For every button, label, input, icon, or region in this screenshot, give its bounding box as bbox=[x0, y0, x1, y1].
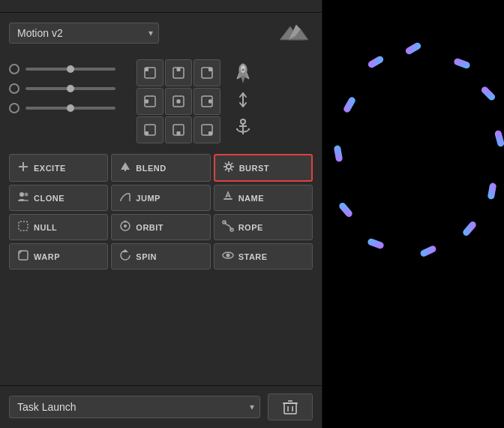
effect-btn-spin[interactable]: SPIN bbox=[111, 243, 210, 270]
burst-icon bbox=[223, 161, 235, 175]
excite-label: EXCITE bbox=[34, 164, 66, 173]
svg-line-38 bbox=[225, 163, 226, 164]
rocket-icon[interactable] bbox=[232, 62, 254, 83]
effect-btn-name[interactable]: NAME bbox=[214, 185, 313, 211]
svg-rect-10 bbox=[145, 100, 148, 104]
updown-arrow-icon[interactable] bbox=[232, 89, 254, 110]
anchor-mr[interactable] bbox=[194, 88, 220, 115]
svg-point-24 bbox=[241, 119, 245, 124]
rope-icon bbox=[222, 220, 234, 234]
warp-icon bbox=[17, 249, 29, 264]
effect-btn-warp[interactable]: WARP bbox=[9, 243, 108, 270]
anchor-br[interactable] bbox=[194, 116, 220, 143]
burst-dot-5 bbox=[461, 220, 477, 237]
svg-rect-18 bbox=[177, 131, 181, 135]
bottom-row: Task Launch Task 2 ▾ bbox=[0, 385, 322, 428]
stare-icon bbox=[222, 249, 234, 264]
svg-point-43 bbox=[25, 193, 28, 197]
burst-dot-4 bbox=[488, 182, 497, 200]
orbit-label: ORBIT bbox=[136, 223, 164, 232]
effect-btn-null[interactable]: NULL bbox=[9, 214, 108, 240]
svg-rect-14 bbox=[208, 100, 212, 104]
burst-label: BURST bbox=[239, 164, 269, 173]
spin-label: SPIN bbox=[136, 252, 157, 261]
effect-btn-burst[interactable]: BURST bbox=[214, 154, 313, 182]
null-label: NULL bbox=[34, 223, 57, 232]
dropdown-row: Motion v2 Motion v1 ▾ bbox=[0, 13, 322, 53]
jump-label: JUMP bbox=[136, 194, 160, 203]
excite-icon bbox=[17, 161, 29, 175]
jump-icon bbox=[119, 191, 131, 205]
burst-dot-6 bbox=[419, 245, 437, 258]
motion-version-dropdown[interactable]: Motion v2 Motion v1 bbox=[9, 23, 159, 44]
effect-btn-orbit[interactable]: ORBIT bbox=[111, 214, 210, 240]
slider-dot-1 bbox=[9, 64, 20, 74]
motion-dropdown-wrapper: Motion v2 Motion v1 ▾ bbox=[9, 23, 159, 44]
svg-point-50 bbox=[124, 225, 127, 228]
svg-line-41 bbox=[225, 169, 226, 170]
anchor-mc[interactable] bbox=[165, 88, 192, 115]
burst-dot-3 bbox=[494, 130, 504, 148]
svg-line-40 bbox=[231, 163, 232, 164]
slider-row-1 bbox=[9, 64, 129, 74]
svg-point-42 bbox=[20, 192, 24, 197]
delete-button[interactable] bbox=[268, 393, 313, 420]
sliders-grid-row bbox=[0, 53, 322, 149]
effect-btn-excite[interactable]: EXCITE bbox=[9, 154, 108, 182]
stare-label: STARE bbox=[238, 252, 268, 261]
svg-point-51 bbox=[124, 221, 127, 223]
anchor-tl[interactable] bbox=[136, 59, 164, 86]
burst-dot-2 bbox=[480, 86, 496, 102]
svg-marker-31 bbox=[121, 162, 130, 170]
slider-1[interactable] bbox=[26, 68, 116, 71]
svg-rect-20 bbox=[208, 131, 212, 135]
effect-btn-clone[interactable]: CLONE bbox=[9, 185, 108, 211]
right-canvas bbox=[322, 0, 504, 428]
clone-label: CLONE bbox=[34, 194, 64, 203]
svg-point-57 bbox=[226, 254, 230, 258]
anchor-bl[interactable] bbox=[136, 116, 164, 143]
effect-btn-stare[interactable]: STARE bbox=[214, 243, 313, 270]
svg-rect-6 bbox=[177, 68, 181, 71]
name-label: NAME bbox=[238, 194, 264, 203]
effect-btn-jump[interactable]: JUMP bbox=[111, 185, 210, 211]
anchor-tc[interactable] bbox=[165, 59, 192, 86]
rope-label: ROPE bbox=[238, 223, 263, 232]
burst-dot-1 bbox=[453, 58, 471, 70]
anchor-icon[interactable] bbox=[232, 116, 254, 137]
svg-rect-46 bbox=[224, 198, 232, 200]
slider-row-3 bbox=[9, 103, 129, 113]
left-panel: Motion v2 Motion v1 ▾ bbox=[0, 0, 322, 428]
slider-dot-3 bbox=[9, 103, 20, 113]
burst-dot-10 bbox=[343, 96, 357, 114]
svg-rect-16 bbox=[145, 131, 148, 135]
panel-header bbox=[0, 0, 322, 13]
orbit-icon bbox=[119, 220, 131, 234]
task-launch-dropdown[interactable]: Task Launch Task 2 bbox=[9, 396, 260, 418]
slider-2[interactable] bbox=[26, 87, 116, 90]
svg-point-33 bbox=[226, 164, 231, 169]
name-icon bbox=[222, 191, 234, 205]
burst-dot-0 bbox=[404, 41, 422, 56]
anchor-tr[interactable] bbox=[194, 59, 220, 86]
burst-dot-8 bbox=[338, 201, 353, 219]
slider-3[interactable] bbox=[26, 107, 116, 110]
effect-btn-rope[interactable]: ROPE bbox=[214, 214, 313, 240]
sliders-column bbox=[9, 59, 129, 113]
anchor-bc[interactable] bbox=[165, 116, 192, 143]
clone-icon bbox=[17, 191, 29, 205]
anchor-ml[interactable] bbox=[136, 88, 164, 115]
svg-rect-8 bbox=[208, 68, 212, 71]
effects-grid: EXCITEBLENDBURSTCLONEJUMPNAMENULLORBITRO… bbox=[0, 149, 322, 274]
mountain-icon bbox=[280, 19, 313, 47]
right-icons-column bbox=[232, 59, 254, 137]
task-dropdown-wrapper: Task Launch Task 2 ▾ bbox=[9, 396, 260, 418]
burst-dot-7 bbox=[367, 238, 385, 250]
blend-label: BLEND bbox=[136, 164, 166, 173]
svg-rect-12 bbox=[177, 100, 181, 104]
svg-rect-4 bbox=[145, 68, 148, 71]
effect-btn-blend[interactable]: BLEND bbox=[111, 154, 210, 182]
svg-rect-58 bbox=[284, 403, 296, 414]
burst-dot-9 bbox=[334, 145, 344, 162]
slider-dot-2 bbox=[9, 83, 20, 94]
